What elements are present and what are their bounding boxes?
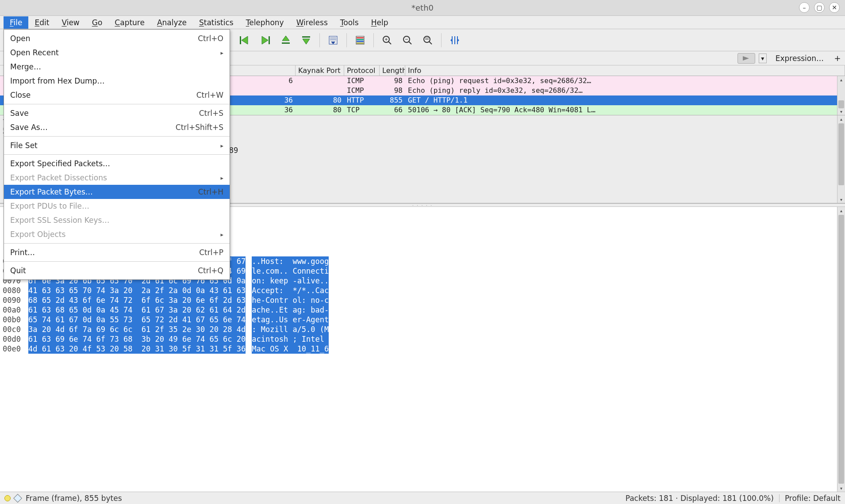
resize-columns-button[interactable] <box>446 32 464 49</box>
hex-line[interactable]: 00e04d 61 63 20 4f 53 20 58 20 31 30 5f … <box>3 344 834 354</box>
menu-capture[interactable]: Capture <box>108 16 151 29</box>
menu-item[interactable]: File Set▸ <box>4 138 230 153</box>
maximize-button[interactable]: ▢ <box>814 2 825 13</box>
colorize-button[interactable] <box>351 32 369 49</box>
svg-marker-32 <box>457 38 459 42</box>
packet-list-scrollbar[interactable]: ▴ ▾ <box>837 76 845 115</box>
svg-line-22 <box>409 42 411 44</box>
menu-item[interactable]: Export Packet Bytes…Ctrl+H <box>4 185 230 199</box>
go-first-button[interactable] <box>236 32 254 49</box>
col-protocol[interactable]: Protocol <box>344 65 380 76</box>
menu-view[interactable]: View <box>55 16 85 29</box>
svg-marker-31 <box>450 38 452 42</box>
go-last-button[interactable] <box>257 32 274 49</box>
menu-item[interactable]: Print…Ctrl+P <box>4 245 230 260</box>
autoscroll-button[interactable] <box>324 32 342 49</box>
menu-tools[interactable]: Tools <box>334 16 365 29</box>
menu-go[interactable]: Go <box>86 16 109 29</box>
svg-rect-0 <box>240 36 241 44</box>
menu-item[interactable]: Merge… <box>4 60 230 74</box>
hex-line[interactable]: 00b065 74 61 67 0d 0a 55 73 65 72 2d 41 … <box>3 315 834 325</box>
menu-statistics[interactable]: Statistics <box>193 16 240 29</box>
go-down-button[interactable] <box>297 32 315 49</box>
menu-item[interactable]: SaveCtrl+S <box>4 106 230 120</box>
menu-telephony[interactable]: Telephony <box>240 16 290 29</box>
menu-item[interactable]: Save As…Ctrl+Shift+S <box>4 120 230 134</box>
hex-line[interactable]: 008041 63 63 65 70 74 3a 20 2a 2f 2a 0d … <box>3 286 834 295</box>
menu-item: Export Objects▸ <box>4 227 230 241</box>
menu-item: Export PDUs to File… <box>4 199 230 213</box>
menu-item: Export Packet Dissections▸ <box>4 171 230 185</box>
zoom-out-button[interactable] <box>399 32 416 49</box>
col-info[interactable]: Info <box>405 65 845 76</box>
menu-item: Export SSL Session Keys… <box>4 213 230 227</box>
svg-marker-33 <box>743 56 749 61</box>
hex-line[interactable]: 00a061 63 68 65 0d 0a 45 74 61 67 3a 20 … <box>3 305 834 315</box>
menu-wireless[interactable]: Wireless <box>290 16 334 29</box>
svg-rect-13 <box>357 37 364 38</box>
svg-rect-16 <box>357 42 364 44</box>
hex-line[interactable]: 009068 65 2d 43 6f 6e 74 72 6f 6c 3a 20 … <box>3 295 834 305</box>
file-menu: OpenCtrl+OOpen Recent▸Merge…Import from … <box>4 29 230 280</box>
zoom-reset-button[interactable] <box>419 32 437 49</box>
minimize-button[interactable]: – <box>799 2 810 13</box>
details-scrollbar[interactable]: ▴ ▾ <box>837 115 845 203</box>
svg-marker-2 <box>262 36 268 44</box>
expression-button[interactable]: Expression… <box>770 54 829 63</box>
status-packets: Packets: 181 · Displayed: 181 (100.0%) <box>626 494 774 503</box>
zoom-in-button[interactable] <box>378 32 396 49</box>
menu-item[interactable]: Open Recent▸ <box>4 46 230 60</box>
svg-line-25 <box>429 42 432 44</box>
col-kaynak-port[interactable]: Kaynak Port <box>296 65 344 76</box>
menu-item[interactable]: QuitCtrl+Q <box>4 263 230 278</box>
menu-item[interactable]: Import from Hex Dump… <box>4 74 230 88</box>
menu-item[interactable]: Export Specified Packets… <box>4 157 230 171</box>
close-button[interactable]: ✕ <box>829 2 840 13</box>
titlebar: *eth0 – ▢ ✕ <box>0 0 845 16</box>
filter-add-button[interactable]: + <box>833 53 842 63</box>
svg-rect-6 <box>302 36 310 38</box>
edit-capture-comment-icon[interactable] <box>14 495 21 502</box>
filter-history-dropdown[interactable]: ▾ <box>759 53 767 63</box>
menu-analyze[interactable]: Analyze <box>151 16 193 29</box>
svg-marker-1 <box>242 36 248 44</box>
hex-line[interactable]: 00d061 63 69 6e 74 6f 73 68 3b 20 49 6e … <box>3 334 834 344</box>
hex-scrollbar[interactable]: ▴ ▾ <box>837 207 845 492</box>
svg-rect-15 <box>357 41 364 42</box>
svg-line-18 <box>388 42 391 44</box>
svg-marker-11 <box>331 42 335 44</box>
window-buttons: – ▢ ✕ <box>799 2 840 13</box>
window-title: *eth0 <box>411 3 434 12</box>
go-up-button[interactable] <box>277 32 295 49</box>
statusbar: Frame (frame), 855 bytes Packets: 181 · … <box>0 492 845 504</box>
menu-item[interactable]: OpenCtrl+O <box>4 31 230 46</box>
expert-info-icon[interactable] <box>4 495 11 501</box>
hex-line[interactable]: 00c03a 20 4d 6f 7a 69 6c 6c 61 2f 35 2e … <box>3 325 834 334</box>
menu-help[interactable]: Help <box>365 16 395 29</box>
svg-rect-14 <box>357 39 364 40</box>
svg-marker-5 <box>282 36 289 41</box>
status-profile[interactable]: Profile: Default <box>785 494 841 503</box>
menu-file[interactable]: File <box>4 16 28 29</box>
svg-rect-3 <box>269 36 270 44</box>
menu-edit[interactable]: Edit <box>28 16 55 29</box>
menubar: FileEditViewGoCaptureAnalyzeStatisticsTe… <box>0 16 845 29</box>
filter-apply-button[interactable] <box>737 53 755 64</box>
menu-item[interactable]: CloseCtrl+W <box>4 88 230 102</box>
svg-rect-4 <box>282 42 290 44</box>
col-length[interactable]: Length <box>380 65 405 76</box>
svg-marker-7 <box>303 39 310 44</box>
status-left: Frame (frame), 855 bytes <box>26 494 122 503</box>
